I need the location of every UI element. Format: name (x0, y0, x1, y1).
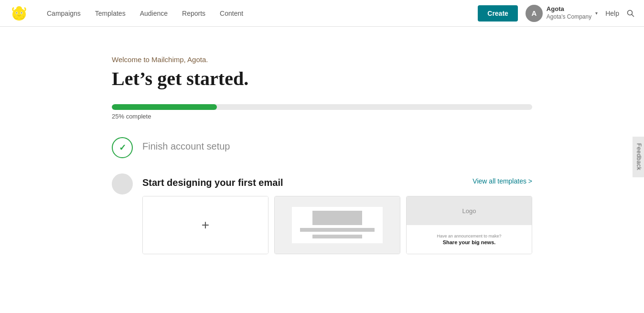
mailchimp-logo[interactable] (10, 4, 29, 23)
template-card-layout[interactable] (274, 196, 400, 254)
nav-templates[interactable]: Templates (88, 6, 132, 21)
welcome-text: Welcome to Mailchimp, Agota. (112, 55, 532, 64)
navbar: Campaigns Templates Audience Reports Con… (0, 0, 644, 27)
card-tagline: Have an announcement to make? (437, 234, 501, 238)
progress-track (112, 104, 532, 110)
template-card-blank[interactable]: + (142, 196, 268, 254)
create-button[interactable]: Create (478, 5, 518, 22)
user-menu[interactable]: A Agota Agota's Company ▾ (526, 5, 598, 22)
step-circle-pending (112, 173, 133, 194)
template-card-announcement[interactable]: Logo Have an announcement to make? Share… (406, 196, 532, 254)
step-circle-completed: ✓ (112, 137, 133, 158)
page-headline: Let’s get started. (112, 67, 532, 90)
progress-fill (112, 104, 217, 110)
user-company: Agota's Company (547, 13, 591, 21)
nav-campaigns[interactable]: Campaigns (40, 6, 87, 21)
step-content-account: Finish account setup (142, 137, 532, 152)
template-cards: + (142, 196, 532, 254)
step-content-design: Start designing your first email View al… (142, 173, 532, 254)
nav-content[interactable]: Content (213, 6, 250, 21)
search-icon (627, 10, 634, 17)
card-heading: Share your big news. (443, 239, 496, 245)
feedback-tab[interactable]: Feedback (633, 136, 644, 177)
steps-section: ✓ Finish account setup Start designing y… (112, 137, 532, 254)
checkmark-icon: ✓ (119, 142, 126, 153)
user-name: Agota (547, 5, 591, 13)
nav-reports[interactable]: Reports (175, 6, 212, 21)
announcement-card-content: Logo Have an announcement to make? Share… (407, 196, 532, 254)
blank-card-content: + (143, 196, 268, 254)
search-button[interactable] (627, 10, 634, 17)
card-ann-bottom: Have an announcement to make? Share your… (407, 225, 532, 254)
main-content: Welcome to Mailchimp, Agota. Let’s get s… (35, 27, 609, 289)
nav-links: Campaigns Templates Audience Reports Con… (40, 6, 478, 21)
layout-line-1 (300, 228, 375, 232)
nav-right: Create A Agota Agota's Company ▾ Help (478, 5, 634, 22)
view-all-templates-link[interactable]: View all templates > (472, 177, 532, 185)
layout-line-2 (312, 235, 363, 238)
progress-container: 25% complete (112, 104, 532, 120)
progress-label: 25% complete (112, 113, 532, 120)
svg-point-7 (21, 12, 22, 13)
nav-audience[interactable]: Audience (133, 6, 174, 21)
layout-card-content (275, 196, 400, 254)
help-link[interactable]: Help (605, 10, 619, 17)
layout-preview (292, 207, 383, 244)
user-menu-chevron-icon: ▾ (595, 11, 598, 16)
step-account-setup: ✓ Finish account setup (112, 137, 532, 158)
step-title-account: Finish account setup (142, 141, 532, 152)
svg-point-8 (16, 6, 22, 11)
user-info: Agota Agota's Company (547, 5, 591, 21)
plus-icon: + (202, 217, 209, 233)
svg-point-6 (16, 12, 17, 13)
logo-label: Logo (462, 207, 476, 215)
step-header: Start designing your first email View al… (142, 173, 532, 188)
card-logo-area: Logo (407, 196, 532, 225)
user-avatar: A (526, 5, 543, 22)
layout-image-placeholder (312, 211, 363, 225)
svg-line-10 (632, 14, 634, 16)
step-title-design: Start designing your first email (142, 177, 283, 188)
step-design-email: Start designing your first email View al… (112, 173, 532, 254)
